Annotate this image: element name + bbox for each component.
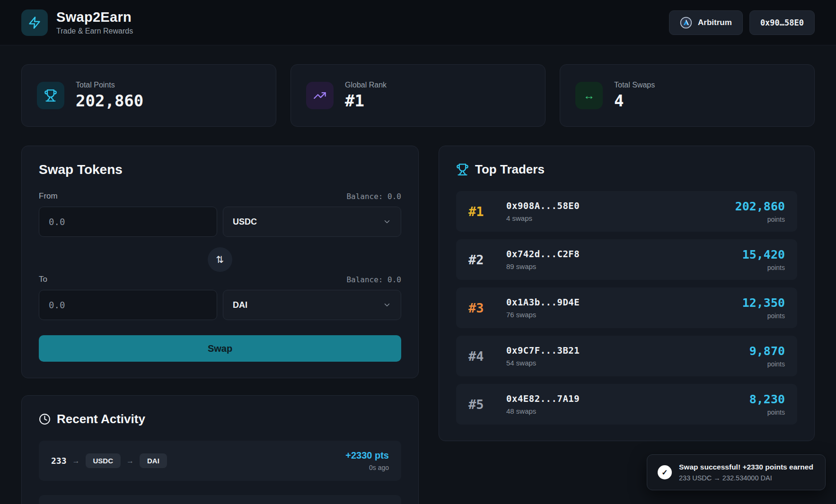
from-amount-input[interactable] [39, 207, 217, 237]
activity-amount: 233 [51, 456, 67, 466]
to-amount-input[interactable] [39, 290, 217, 320]
arrow-right-icon: → [126, 457, 134, 465]
trophy-icon [37, 82, 64, 109]
trader-points: 202,860 [735, 200, 785, 213]
chevron-down-icon [383, 301, 391, 309]
toast-notification: ✓ Swap successful! +2330 points earned 2… [647, 454, 826, 490]
top-traders-title: Top Traders [475, 162, 545, 177]
swap-button[interactable]: Swap [39, 335, 401, 362]
from-balance: Balance: 0.0 [346, 192, 401, 201]
stat-card-total-swaps: ↔ Total Swaps 4 [560, 64, 815, 127]
trader-address: 0x9C7F...3B21 [506, 345, 580, 356]
check-circle-icon: ✓ [658, 465, 672, 479]
from-token-pill: USDC [86, 453, 121, 468]
trader-rank: #1 [468, 204, 494, 219]
network-button[interactable]: Arbitrum [669, 10, 743, 35]
trader-row: #2 0x742d...C2F8 89 swaps 15,420 points [456, 239, 797, 280]
stat-value: #1 [345, 91, 387, 110]
to-token-label: DAI [233, 300, 247, 310]
wallet-address-button[interactable]: 0x90…58E0 [749, 10, 815, 35]
points-suffix: points [742, 264, 785, 271]
trader-row: #5 0x4E82...7A19 48 swaps 8,230 points [456, 384, 797, 425]
swap-direction-button[interactable]: ⇅ [208, 247, 232, 272]
trader-rank: #3 [468, 301, 494, 315]
stat-value: 4 [614, 91, 655, 110]
swap-horizontal-icon: ↔ [575, 82, 603, 109]
trader-address: 0x1A3b...9D4E [506, 297, 580, 307]
app-tagline: Trade & Earn Rewards [56, 27, 133, 35]
recent-activity-title: Recent Activity [57, 412, 145, 426]
to-balance: Balance: 0.0 [346, 275, 401, 284]
trending-up-icon [306, 82, 334, 109]
stat-label: Total Points [76, 81, 143, 89]
trader-address: 0x908A...58E0 [506, 200, 580, 211]
left-column: Swap Tokens From Balance: 0.0 USDC ⇅ [21, 146, 419, 504]
trader-points: 12,350 [742, 296, 785, 310]
arrow-right-icon: → [72, 457, 80, 465]
recent-activity-panel: Recent Activity 233 → USDC → DAI +2330 p… [21, 395, 419, 504]
trader-swaps: 54 swaps [506, 359, 580, 367]
swap-panel: Swap Tokens From Balance: 0.0 USDC ⇅ [21, 146, 419, 378]
activity-points: +2330 pts [345, 450, 389, 461]
stat-card-global-rank: Global Rank #1 [290, 64, 546, 127]
lightning-bolt-icon [28, 16, 41, 29]
trader-swaps: 48 swaps [506, 407, 580, 415]
toast-title: Swap successful! +2330 points earned [679, 463, 813, 471]
app-logo [21, 9, 48, 36]
activity-time: 0s ago [345, 464, 389, 471]
trader-points: 9,870 [749, 344, 785, 358]
trader-points: 8,230 [749, 392, 785, 406]
trader-swaps: 76 swaps [506, 311, 580, 319]
top-traders-panel: Top Traders #1 0x908A...58E0 4 swaps 202… [439, 146, 815, 441]
trader-points: 15,420 [742, 248, 785, 261]
clock-icon [39, 413, 51, 425]
trader-rank: #2 [468, 252, 494, 267]
trader-swaps: 89 swaps [506, 262, 580, 270]
points-suffix: points [735, 216, 785, 223]
brand: Swap2Earn Trade & Earn Rewards [21, 9, 133, 36]
trader-row: #3 0x1A3b...9D4E 76 swaps 12,350 points [456, 287, 797, 328]
chevron-down-icon [383, 217, 391, 226]
points-suffix: points [749, 408, 785, 416]
page-content: Total Points 202,860 Global Rank #1 ↔ To… [0, 64, 836, 504]
stat-value: 202,860 [76, 91, 143, 110]
topbar-actions: Arbitrum 0x90…58E0 [669, 10, 815, 35]
points-suffix: points [749, 360, 785, 368]
trader-row: #1 0x908A...58E0 4 swaps 202,860 points [456, 191, 797, 232]
activity-row-partial [39, 495, 401, 504]
swap-panel-title: Swap Tokens [39, 162, 401, 177]
network-label: Arbitrum [698, 18, 732, 27]
arbitrum-logo-icon [680, 17, 692, 29]
to-label: To [39, 275, 47, 284]
from-token-select[interactable]: USDC [223, 207, 401, 237]
trader-swaps: 4 swaps [506, 214, 580, 222]
from-label: From [39, 191, 58, 201]
trophy-icon [456, 163, 469, 176]
top-bar: Swap2Earn Trade & Earn Rewards Arbitrum … [0, 0, 836, 45]
to-token-select[interactable]: DAI [223, 290, 401, 320]
points-suffix: points [742, 312, 785, 320]
stat-label: Total Swaps [614, 81, 655, 89]
main-grid: Swap Tokens From Balance: 0.0 USDC ⇅ [21, 146, 815, 504]
trader-rank: #5 [468, 397, 494, 412]
from-token-label: USDC [233, 217, 257, 227]
stat-card-total-points: Total Points 202,860 [21, 64, 276, 127]
trader-rank: #4 [468, 349, 494, 364]
to-token-pill: DAI [140, 453, 167, 468]
trader-row: #4 0x9C7F...3B21 54 swaps 9,870 points [456, 336, 797, 376]
trader-address: 0x742d...C2F8 [506, 249, 580, 259]
app-title: Swap2Earn [56, 9, 133, 25]
trader-address: 0x4E82...7A19 [506, 393, 580, 404]
activity-row: 233 → USDC → DAI +2330 pts 0s ago [39, 441, 401, 481]
stat-label: Global Rank [345, 81, 387, 89]
stats-row: Total Points 202,860 Global Rank #1 ↔ To… [21, 64, 815, 127]
toast-detail: 233 USDC → 232.534000 DAI [679, 474, 813, 482]
